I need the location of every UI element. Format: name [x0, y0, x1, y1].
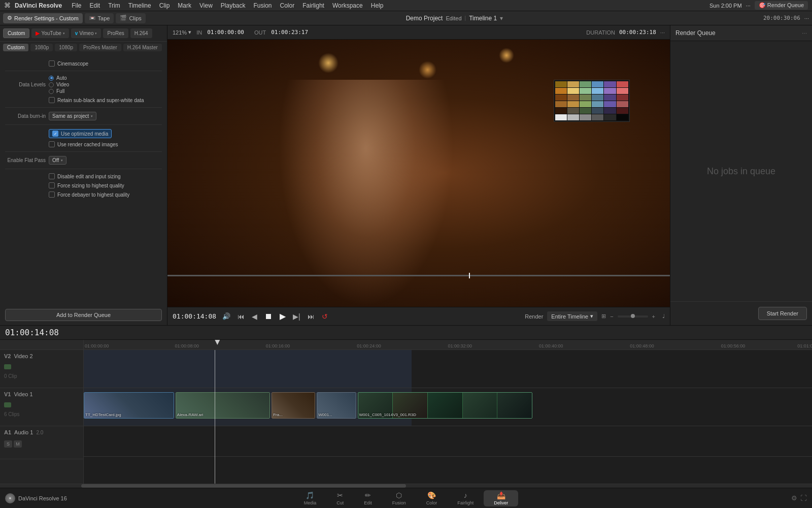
tab-clips-label: Clips [129, 15, 141, 21]
tab-clips[interactable]: 🎬 Clips [116, 13, 145, 23]
a1-name-label: Audio 1 [14, 429, 33, 435]
preview-header-dots[interactable]: ··· [660, 29, 665, 36]
queue-dots[interactable]: ··· [802, 29, 807, 37]
clip-tt-hdtestcard[interactable]: TT_HDTestCard.jpg [84, 392, 174, 419]
flat-pass-dropdown[interactable]: Off ▾ [49, 156, 66, 165]
zoom-control[interactable]: 121% ▾ [173, 29, 191, 36]
nav-edit[interactable]: ✏ Edit [354, 490, 382, 506]
preset-prores[interactable]: ProRes [103, 28, 128, 38]
force-sizing-checkbox[interactable] [49, 182, 55, 188]
zoom-plus-icon[interactable]: + [652, 313, 655, 320]
nav-fusion[interactable]: ⬡ Fusion [382, 490, 416, 506]
sub-tab-1080p-1[interactable]: 1080p [30, 44, 53, 51]
stop-button[interactable]: ⏹ [262, 311, 275, 322]
clip-w001-c005[interactable]: W001_C005_1014V3_001.R3D [358, 392, 532, 419]
preset-custom[interactable]: Custom [3, 28, 29, 38]
timecode-display: IN 01:00:00:00 OUT 01:00:23:17 [196, 29, 308, 36]
zoom-slider[interactable] [618, 315, 648, 318]
menu-trim[interactable]: Trim [105, 1, 124, 10]
render-mode-dropdown[interactable]: Entire Timeline ▾ [547, 311, 597, 321]
cinemascope-checkbox[interactable] [49, 60, 55, 67]
data-burn-in-dropdown[interactable]: Same as project ▾ [49, 112, 96, 120]
step-back-button[interactable]: ◀ [250, 311, 259, 322]
nav-media[interactable]: 🎵 Media [294, 490, 327, 506]
v1-track-area[interactable]: TT_HDTestCard.jpg Alexa-RAW.ari Fra... [84, 388, 812, 426]
menu-view[interactable]: View [196, 1, 216, 10]
menu-clip[interactable]: Clip [156, 1, 174, 10]
use-render-cached-checkbox[interactable] [49, 141, 55, 147]
menu-edit[interactable]: Edit [86, 1, 104, 10]
menu-help[interactable]: Help [367, 1, 387, 10]
force-debayer-checkbox[interactable] [49, 192, 55, 198]
zoom-slider-thumb[interactable] [631, 314, 635, 318]
sub-tab-custom[interactable]: Custom [3, 44, 28, 51]
retain-sub-black-item: Retain sub-black and super-white data [49, 97, 144, 103]
disable-edit-item: Disable edit and input sizing [49, 173, 121, 179]
zoom-minus-icon[interactable]: − [610, 313, 613, 320]
tab-render-settings[interactable]: ⚙ Render Settings - Custom [3, 13, 83, 23]
menu-fusion[interactable]: Fusion [250, 1, 276, 10]
menu-color[interactable]: Color [277, 1, 298, 10]
clip-alexa-raw[interactable]: Alexa-RAW.ari [176, 392, 270, 419]
timeline-dropdown-icon[interactable]: ▾ [500, 15, 503, 22]
menu-file[interactable]: File [68, 1, 85, 10]
bottom-bar-expand-icon[interactable]: ⛶ [800, 494, 807, 502]
a1-mute-button[interactable]: M [14, 440, 22, 448]
add-to-render-queue-button[interactable]: Add to Render Queue [5, 309, 162, 321]
edit-nav-label: Edit [364, 500, 372, 505]
tab-bar: ⚙ Render Settings - Custom 📼 Tape 🎬 Clip… [0, 11, 812, 25]
current-timecode-display: 01:00:14:08 [173, 312, 216, 320]
divider-3 [5, 124, 162, 125]
start-render-button[interactable]: Start Render [758, 307, 807, 320]
settings-gear-icon[interactable]: ⚙ [791, 494, 797, 502]
timeline-name[interactable]: Timeline 1 [469, 15, 497, 22]
sub-tab-h264-master[interactable]: H.264 Master [123, 44, 162, 51]
timeline-ruler[interactable]: 01:00:00:00 01:00:08:00 01:00:16:00 01:0… [84, 340, 812, 350]
v1-clip-count: 6 Clips [4, 411, 20, 417]
play-button[interactable]: ▶ [278, 310, 288, 322]
go-to-end-button[interactable]: ⏭ [306, 311, 317, 322]
render-queue-label: 🎯 Render Queue [755, 1, 808, 10]
preset-vimeo[interactable]: v Vimeo ▾ [71, 28, 101, 38]
step-forward-button[interactable]: ▶| [291, 311, 302, 322]
retain-sub-black-checkbox[interactable] [49, 97, 55, 103]
preset-youtube[interactable]: ▶ YouTube ▾ [31, 28, 69, 38]
menu-mark[interactable]: Mark [174, 1, 195, 10]
loop-button[interactable]: ↺ [320, 311, 330, 322]
preset-h264[interactable]: H.264 [130, 28, 152, 38]
track-label-ruler-spacer [0, 340, 83, 350]
v2-clip-count: 0 Clip [4, 373, 17, 379]
nav-cut[interactable]: ✂ Cut [326, 490, 354, 506]
color-chart [554, 80, 630, 122]
menu-bar-dots[interactable]: ··· [746, 3, 751, 9]
timeline-scrollbar-thumb[interactable] [81, 484, 406, 488]
go-to-start-button[interactable]: ⏮ [235, 311, 247, 322]
v2-track-area[interactable] [84, 350, 812, 388]
menu-timeline[interactable]: Timeline [125, 1, 155, 10]
data-levels-full-radio[interactable] [49, 89, 54, 94]
data-levels-full: Full [49, 88, 69, 94]
use-optimized-item: ✓ Use optimized media [49, 129, 112, 138]
clip-w001-0[interactable]: W001... [317, 392, 356, 419]
a1-track-area[interactable] [84, 426, 812, 457]
tab-tape[interactable]: 📼 Tape [85, 13, 114, 23]
nav-deliver[interactable]: 📤 Deliver [484, 490, 518, 506]
nav-fairlight[interactable]: ♪ Fairlight [447, 490, 484, 506]
menu-playback[interactable]: Playback [217, 1, 249, 10]
divider-4 [5, 151, 162, 152]
data-levels-video-radio[interactable] [49, 82, 54, 87]
timeline-scrollbar[interactable] [0, 484, 812, 488]
sub-tab-1080p-2[interactable]: 1080p [55, 44, 77, 51]
a1-solo-button[interactable]: S [4, 440, 12, 448]
tracks-area: TT_HDTestCard.jpg Alexa-RAW.ari Fra... [84, 350, 812, 484]
clip-fra[interactable]: Fra... [272, 392, 315, 419]
disable-edit-checkbox[interactable] [49, 173, 55, 179]
sub-tab-prores-master[interactable]: ProRes Master [79, 44, 121, 51]
volume-icon[interactable]: 🔊 [222, 312, 230, 320]
data-levels-auto-radio[interactable] [49, 76, 54, 81]
use-optimized-checkbox[interactable]: ✓ [52, 131, 58, 137]
menu-fairlight[interactable]: Fairlight [299, 1, 328, 10]
menu-workspace[interactable]: Workspace [329, 1, 366, 10]
nav-color[interactable]: 🎨 Color [416, 490, 448, 506]
tab-bar-dots[interactable]: ··· [804, 15, 809, 21]
